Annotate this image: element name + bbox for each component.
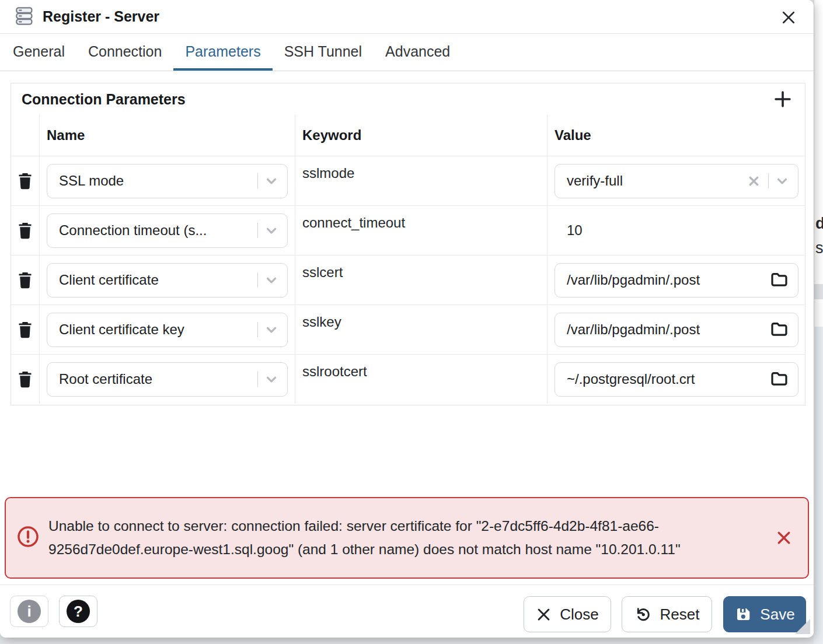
keyword-cell: sslcert bbox=[295, 255, 547, 304]
tab-parameters[interactable]: Parameters bbox=[173, 34, 272, 71]
select-divider bbox=[257, 223, 258, 238]
chevron-down-icon[interactable] bbox=[775, 173, 790, 188]
trash-icon bbox=[16, 370, 34, 389]
dialog-close-icon[interactable] bbox=[779, 8, 798, 27]
value-cell[interactable]: 10 bbox=[547, 205, 805, 255]
name-select-value: Root certificate bbox=[59, 371, 252, 387]
file-path-value: /var/lib/pgadmin/.post bbox=[567, 272, 764, 288]
name-cell: Client certificate key bbox=[40, 304, 295, 354]
name-select[interactable]: Client certificate bbox=[47, 263, 288, 298]
value-select[interactable]: verify-full bbox=[555, 164, 798, 198]
delete-row-button[interactable] bbox=[11, 304, 40, 354]
keyword-cell: sslkey bbox=[295, 304, 547, 354]
panel-header: Connection Parameters bbox=[11, 83, 805, 115]
close-x-icon bbox=[536, 607, 552, 622]
clear-value-icon[interactable] bbox=[747, 174, 761, 188]
folder-icon bbox=[769, 370, 790, 388]
tab-general[interactable]: General bbox=[1, 34, 76, 71]
help-button[interactable]: ? bbox=[59, 596, 97, 627]
value-text: 10 bbox=[567, 222, 583, 239]
tab-advanced[interactable]: Advanced bbox=[374, 34, 462, 71]
tab-connection[interactable]: Connection bbox=[76, 34, 173, 71]
trash-icon bbox=[16, 221, 34, 240]
file-path-input[interactable]: ~/.postgresql/root.crt bbox=[555, 362, 798, 397]
error-close-icon[interactable] bbox=[773, 527, 795, 549]
server-stack-icon bbox=[13, 4, 35, 30]
error-banner: Unable to connect to server: connection … bbox=[5, 497, 809, 579]
file-path-input[interactable]: /var/lib/pgadmin/.post bbox=[555, 313, 798, 347]
close-button-label: Close bbox=[560, 606, 598, 624]
name-select[interactable]: SSL mode bbox=[47, 164, 288, 198]
browse-file-button[interactable] bbox=[769, 320, 790, 339]
background-window-strip: dr s bbox=[814, 0, 823, 644]
register-server-dialog: Register - Server General Connection Par… bbox=[0, 0, 814, 638]
dialog-header: Register - Server bbox=[0, 0, 814, 34]
save-floppy-icon bbox=[734, 606, 752, 623]
reset-button[interactable]: Reset bbox=[622, 596, 712, 632]
chevron-down-icon[interactable] bbox=[264, 173, 279, 188]
delete-row-button[interactable] bbox=[11, 205, 40, 255]
select-divider bbox=[257, 322, 258, 337]
chevron-down-icon[interactable] bbox=[264, 322, 279, 337]
dialog-tabbar: General Connection Parameters SSH Tunnel… bbox=[0, 34, 814, 71]
trash-icon bbox=[16, 172, 34, 191]
dialog-footer: i ? Close Reset Save bbox=[0, 584, 814, 638]
connection-parameters-panel: Connection Parameters Name Keyword Value… bbox=[11, 83, 805, 405]
value-select-value: verify-full bbox=[567, 173, 747, 189]
file-path-value: ~/.postgresql/root.crt bbox=[567, 371, 764, 387]
folder-icon bbox=[769, 271, 790, 289]
dialog-title: Register - Server bbox=[43, 8, 159, 25]
reset-button-label: Reset bbox=[660, 606, 700, 624]
file-path-value: /var/lib/pgadmin/.post bbox=[567, 321, 764, 338]
parameters-table: Name Keyword Value SSL mode sslmode veri… bbox=[11, 115, 805, 404]
select-divider bbox=[257, 372, 258, 387]
chevron-down-icon[interactable] bbox=[264, 272, 279, 288]
save-button-label: Save bbox=[760, 606, 794, 624]
panel-title: Connection Parameters bbox=[22, 91, 770, 108]
column-header-name: Name bbox=[40, 115, 295, 156]
browse-file-button[interactable] bbox=[769, 271, 790, 289]
name-cell: Client certificate bbox=[40, 255, 295, 304]
value-cell: /var/lib/pgadmin/.post bbox=[547, 304, 805, 354]
chevron-down-icon[interactable] bbox=[264, 372, 279, 387]
delete-row-button[interactable] bbox=[11, 255, 40, 304]
dialog-resize-grip[interactable] bbox=[795, 619, 810, 634]
name-cell: Root certificate bbox=[40, 354, 295, 404]
value-cell: verify-full bbox=[547, 156, 805, 205]
file-path-input[interactable]: /var/lib/pgadmin/.post bbox=[555, 263, 798, 298]
delete-row-button[interactable] bbox=[11, 156, 40, 205]
tab-ssh-tunnel[interactable]: SSH Tunnel bbox=[273, 34, 374, 71]
add-parameter-button[interactable] bbox=[770, 86, 796, 112]
name-select[interactable]: Connection timeout (s... bbox=[47, 214, 288, 248]
select-divider bbox=[257, 272, 258, 288]
name-select[interactable]: Client certificate key bbox=[47, 313, 288, 347]
folder-icon bbox=[769, 320, 790, 339]
info-icon: i bbox=[18, 600, 41, 623]
name-cell: Connection timeout (s... bbox=[40, 205, 295, 255]
keyword-cell: connect_timeout bbox=[295, 205, 547, 255]
help-icon: ? bbox=[67, 600, 90, 623]
trash-icon bbox=[16, 320, 34, 340]
close-button[interactable]: Close bbox=[524, 596, 611, 632]
background-text-fragment: dr bbox=[815, 215, 823, 233]
save-button[interactable]: Save bbox=[723, 596, 806, 632]
keyword-cell: sslrootcert bbox=[295, 354, 547, 404]
chevron-down-icon[interactable] bbox=[264, 223, 279, 238]
value-cell: ~/.postgresql/root.crt bbox=[547, 354, 805, 404]
name-select-value: Client certificate key bbox=[59, 321, 252, 338]
sql-info-button[interactable]: i bbox=[10, 596, 48, 627]
name-select-value: Client certificate bbox=[59, 272, 252, 288]
trash-icon bbox=[16, 271, 34, 290]
name-select[interactable]: Root certificate bbox=[47, 362, 288, 397]
browse-file-button[interactable] bbox=[769, 370, 790, 388]
background-window-content: dr s bbox=[814, 0, 823, 327]
column-header-keyword: Keyword bbox=[295, 115, 547, 156]
column-header-value: Value bbox=[547, 115, 805, 156]
value-cell: /var/lib/pgadmin/.post bbox=[547, 255, 805, 304]
name-cell: SSL mode bbox=[40, 156, 295, 205]
error-icon bbox=[16, 525, 40, 551]
error-message: Unable to connect to server: connection … bbox=[48, 514, 765, 561]
background-text-fragment: s bbox=[815, 239, 823, 257]
table-header-spacer bbox=[11, 115, 40, 156]
delete-row-button[interactable] bbox=[11, 354, 40, 404]
